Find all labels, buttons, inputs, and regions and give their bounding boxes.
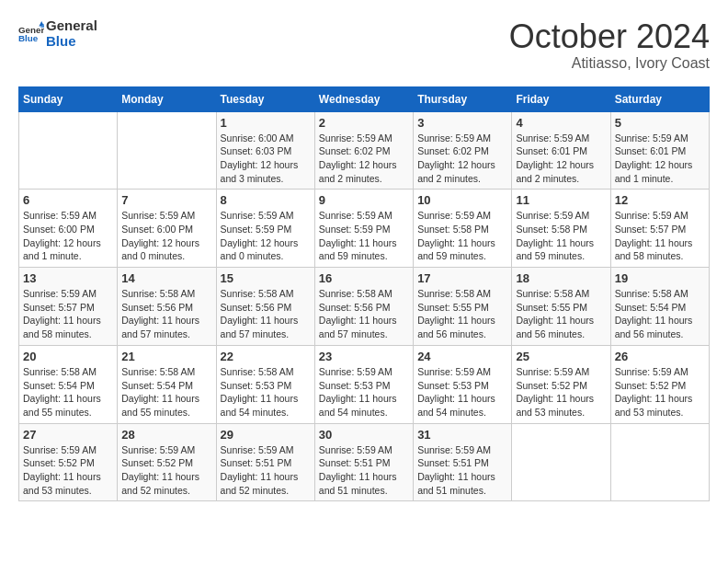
day-number: 30 xyxy=(319,428,409,442)
calendar-week-3: 13Sunrise: 5:59 AM Sunset: 5:57 PM Dayli… xyxy=(19,268,710,346)
day-number: 2 xyxy=(319,116,409,130)
day-number: 13 xyxy=(23,271,113,285)
day-info: Sunrise: 5:58 AM Sunset: 5:55 PM Dayligh… xyxy=(516,287,606,341)
day-number: 22 xyxy=(221,350,311,363)
day-info: Sunrise: 5:59 AM Sunset: 5:53 PM Dayligh… xyxy=(319,365,409,419)
calendar-cell: 1Sunrise: 6:00 AM Sunset: 6:03 PM Daylig… xyxy=(216,111,314,190)
day-number: 12 xyxy=(615,193,705,207)
calendar-cell: 26Sunrise: 5:59 AM Sunset: 5:52 PM Dayli… xyxy=(610,345,709,423)
calendar-cell: 19Sunrise: 5:58 AM Sunset: 5:54 PM Dayli… xyxy=(610,268,709,346)
calendar-week-2: 6Sunrise: 5:59 AM Sunset: 6:00 PM Daylig… xyxy=(19,190,710,268)
weekday-header-saturday: Saturday xyxy=(610,86,709,111)
day-info: Sunrise: 5:59 AM Sunset: 6:01 PM Dayligh… xyxy=(516,132,606,186)
day-number: 1 xyxy=(221,116,311,130)
day-info: Sunrise: 5:59 AM Sunset: 6:02 PM Dayligh… xyxy=(417,132,507,186)
day-number: 18 xyxy=(516,271,606,285)
day-number: 10 xyxy=(417,193,507,207)
calendar-cell xyxy=(19,111,118,190)
calendar-cell: 12Sunrise: 5:59 AM Sunset: 5:57 PM Dayli… xyxy=(610,190,709,268)
calendar-cell: 16Sunrise: 5:58 AM Sunset: 5:56 PM Dayli… xyxy=(314,268,413,346)
day-number: 26 xyxy=(615,350,705,363)
calendar-week-5: 27Sunrise: 5:59 AM Sunset: 5:52 PM Dayli… xyxy=(19,423,710,501)
calendar-cell: 23Sunrise: 5:59 AM Sunset: 5:53 PM Dayli… xyxy=(314,345,413,423)
calendar-cell: 10Sunrise: 5:59 AM Sunset: 5:58 PM Dayli… xyxy=(414,190,512,268)
day-info: Sunrise: 5:58 AM Sunset: 5:56 PM Dayligh… xyxy=(221,287,311,341)
calendar-table: SundayMondayTuesdayWednesdayThursdayFrid… xyxy=(18,86,710,502)
day-number: 19 xyxy=(615,271,705,285)
calendar-cell: 22Sunrise: 5:58 AM Sunset: 5:53 PM Dayli… xyxy=(216,345,314,423)
day-info: Sunrise: 5:59 AM Sunset: 5:58 PM Dayligh… xyxy=(417,209,507,263)
day-number: 11 xyxy=(516,193,606,207)
day-info: Sunrise: 5:59 AM Sunset: 5:53 PM Dayligh… xyxy=(417,365,507,419)
calendar-cell: 2Sunrise: 5:59 AM Sunset: 6:02 PM Daylig… xyxy=(314,111,413,190)
day-number: 25 xyxy=(516,350,606,363)
day-info: Sunrise: 5:59 AM Sunset: 5:58 PM Dayligh… xyxy=(516,209,606,263)
title-block: October 2024 Atitiasso, Ivory Coast xyxy=(509,18,710,72)
day-number: 8 xyxy=(221,193,311,207)
weekday-header-wednesday: Wednesday xyxy=(314,86,413,111)
calendar-cell: 11Sunrise: 5:59 AM Sunset: 5:58 PM Dayli… xyxy=(512,190,610,268)
calendar-cell: 14Sunrise: 5:58 AM Sunset: 5:56 PM Dayli… xyxy=(118,268,216,346)
day-info: Sunrise: 5:58 AM Sunset: 5:54 PM Dayligh… xyxy=(23,365,113,419)
calendar-cell: 25Sunrise: 5:59 AM Sunset: 5:52 PM Dayli… xyxy=(512,345,610,423)
calendar-cell: 24Sunrise: 5:59 AM Sunset: 5:53 PM Dayli… xyxy=(414,345,512,423)
day-info: Sunrise: 5:59 AM Sunset: 5:59 PM Dayligh… xyxy=(221,209,311,263)
day-info: Sunrise: 5:59 AM Sunset: 6:02 PM Dayligh… xyxy=(319,132,409,186)
calendar-cell: 9Sunrise: 5:59 AM Sunset: 5:59 PM Daylig… xyxy=(314,190,413,268)
day-number: 21 xyxy=(121,350,211,363)
day-info: Sunrise: 5:59 AM Sunset: 5:51 PM Dayligh… xyxy=(221,443,311,498)
calendar-body: 1Sunrise: 6:00 AM Sunset: 6:03 PM Daylig… xyxy=(19,111,710,501)
weekday-header-sunday: Sunday xyxy=(19,86,118,111)
day-number: 3 xyxy=(417,116,507,130)
svg-text:Blue: Blue xyxy=(18,33,39,43)
calendar-week-4: 20Sunrise: 5:58 AM Sunset: 5:54 PM Dayli… xyxy=(19,345,710,423)
day-info: Sunrise: 5:59 AM Sunset: 5:52 PM Dayligh… xyxy=(23,443,113,498)
day-number: 29 xyxy=(221,428,311,442)
day-number: 7 xyxy=(121,193,211,207)
day-number: 23 xyxy=(319,350,409,363)
day-number: 9 xyxy=(319,193,409,207)
calendar-cell: 6Sunrise: 5:59 AM Sunset: 6:00 PM Daylig… xyxy=(19,190,118,268)
day-info: Sunrise: 5:59 AM Sunset: 5:57 PM Dayligh… xyxy=(615,209,705,263)
month-title: October 2024 xyxy=(509,18,710,55)
day-number: 31 xyxy=(417,428,507,442)
location: Atitiasso, Ivory Coast xyxy=(509,55,710,72)
day-number: 16 xyxy=(319,271,409,285)
calendar-cell: 27Sunrise: 5:59 AM Sunset: 5:52 PM Dayli… xyxy=(19,423,118,501)
day-info: Sunrise: 5:58 AM Sunset: 5:54 PM Dayligh… xyxy=(121,365,211,419)
calendar-cell: 28Sunrise: 5:59 AM Sunset: 5:52 PM Dayli… xyxy=(118,423,216,501)
day-info: Sunrise: 5:59 AM Sunset: 5:51 PM Dayligh… xyxy=(319,443,409,498)
day-info: Sunrise: 5:59 AM Sunset: 5:57 PM Dayligh… xyxy=(23,287,113,341)
calendar-cell: 17Sunrise: 5:58 AM Sunset: 5:55 PM Dayli… xyxy=(414,268,512,346)
day-info: Sunrise: 5:59 AM Sunset: 5:52 PM Dayligh… xyxy=(615,365,705,419)
calendar-cell: 8Sunrise: 5:59 AM Sunset: 5:59 PM Daylig… xyxy=(216,190,314,268)
day-info: Sunrise: 5:59 AM Sunset: 5:51 PM Dayligh… xyxy=(417,443,507,498)
weekday-header-monday: Monday xyxy=(118,86,216,111)
calendar-cell: 13Sunrise: 5:59 AM Sunset: 5:57 PM Dayli… xyxy=(19,268,118,346)
day-info: Sunrise: 5:58 AM Sunset: 5:54 PM Dayligh… xyxy=(615,287,705,341)
day-info: Sunrise: 5:59 AM Sunset: 5:52 PM Dayligh… xyxy=(516,365,606,419)
calendar-cell: 21Sunrise: 5:58 AM Sunset: 5:54 PM Dayli… xyxy=(118,345,216,423)
logo-icon: General Blue xyxy=(18,21,44,47)
day-info: Sunrise: 5:59 AM Sunset: 5:52 PM Dayligh… xyxy=(121,443,211,498)
calendar-cell: 30Sunrise: 5:59 AM Sunset: 5:51 PM Dayli… xyxy=(314,423,413,501)
calendar-cell: 29Sunrise: 5:59 AM Sunset: 5:51 PM Dayli… xyxy=(216,423,314,501)
logo: General Blue General Blue xyxy=(18,18,97,49)
calendar-cell xyxy=(118,111,216,190)
day-number: 28 xyxy=(121,428,211,442)
day-info: Sunrise: 5:58 AM Sunset: 5:56 PM Dayligh… xyxy=(319,287,409,341)
day-number: 15 xyxy=(221,271,311,285)
day-number: 17 xyxy=(417,271,507,285)
day-number: 14 xyxy=(121,271,211,285)
day-info: Sunrise: 5:59 AM Sunset: 6:00 PM Dayligh… xyxy=(23,209,113,263)
day-number: 27 xyxy=(23,428,113,442)
calendar-cell: 5Sunrise: 5:59 AM Sunset: 6:01 PM Daylig… xyxy=(610,111,709,190)
logo-text-blue: Blue xyxy=(46,34,97,50)
calendar-cell: 7Sunrise: 5:59 AM Sunset: 6:00 PM Daylig… xyxy=(118,190,216,268)
day-number: 6 xyxy=(23,193,113,207)
day-info: Sunrise: 5:59 AM Sunset: 5:59 PM Dayligh… xyxy=(319,209,409,263)
weekday-header-friday: Friday xyxy=(512,86,610,111)
calendar-cell xyxy=(512,423,610,501)
calendar-cell xyxy=(610,423,709,501)
day-info: Sunrise: 5:59 AM Sunset: 6:00 PM Dayligh… xyxy=(121,209,211,263)
